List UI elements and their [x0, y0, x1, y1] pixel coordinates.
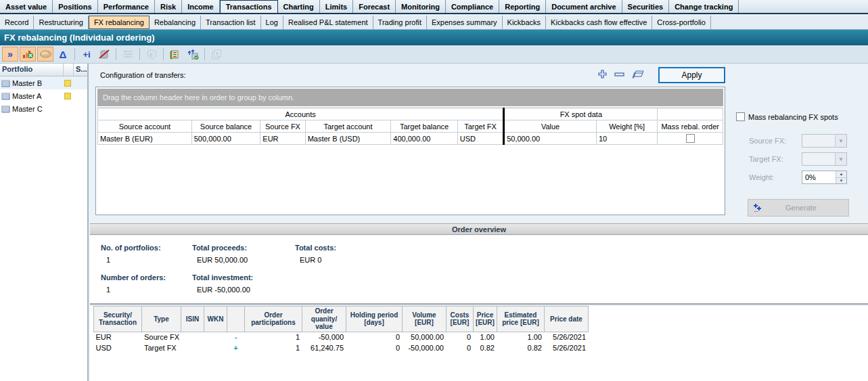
col-weight[interactable]: Weight [%] — [596, 120, 657, 133]
order-row[interactable]: USD Target FX + 1 61,240.75 0 -50,000.00… — [94, 342, 589, 353]
delta-icon[interactable]: Δ — [55, 47, 71, 62]
subtab-log[interactable]: Log — [261, 16, 283, 29]
mass-rebalancing-checkbox[interactable] — [736, 112, 745, 121]
apply-button[interactable]: Apply — [658, 67, 725, 83]
col-sign[interactable] — [227, 307, 245, 332]
weight-spinner[interactable]: 0% ▲▼ — [802, 171, 847, 184]
cell-source-fx[interactable]: EUR — [260, 133, 305, 145]
cell-target-balance[interactable]: 400,000.00 — [391, 133, 458, 145]
menu-limits[interactable]: Limits — [320, 0, 353, 13]
subtab-transaction-list[interactable]: Transaction list — [201, 16, 261, 29]
menu-document-archive[interactable]: Document archive — [546, 0, 622, 13]
col-isin[interactable]: ISIN — [181, 307, 204, 332]
buy-sign: + — [227, 342, 245, 353]
flag-column-header[interactable] — [64, 64, 74, 76]
col-order-participations[interactable]: Order participations — [245, 307, 302, 332]
expand-icon[interactable]: » — [2, 47, 18, 62]
source-fx-dropdown[interactable]: ▼ — [802, 134, 847, 148]
group-by-bar[interactable]: Drag the column header here in order to … — [97, 89, 723, 106]
subtab-realised-pl[interactable]: Realised P&L statement — [283, 16, 373, 29]
cell-price-date: 5/26/2021 — [545, 342, 589, 353]
subtab-trading-profit[interactable]: Trading profit — [373, 16, 427, 29]
col-target-account[interactable]: Target account — [305, 120, 391, 133]
col-costs[interactable]: Costs [EUR] — [447, 307, 474, 332]
accounts-group-header[interactable]: Accounts — [98, 108, 504, 120]
menu-charting[interactable]: Charting — [278, 0, 320, 13]
menu-risk[interactable]: Risk — [155, 0, 182, 13]
subtab-fx-rebalancing[interactable]: FX rebalancing — [89, 16, 150, 29]
menu-performance[interactable]: Performance — [98, 0, 155, 13]
portfolio-row-master-c[interactable]: Master C — [0, 102, 87, 115]
mass-rebal-order-checkbox[interactable] — [686, 134, 695, 143]
report-book-icon[interactable] — [167, 47, 183, 62]
menu-reporting[interactable]: Reporting — [499, 0, 546, 13]
target-fx-dropdown[interactable]: ▼ — [802, 152, 847, 166]
col-wkn[interactable]: WKN — [204, 307, 227, 332]
col-type[interactable]: Type — [142, 307, 181, 332]
spin-up-icon[interactable]: ▲ — [836, 171, 846, 178]
col-order-quantity[interactable]: Order quanity/ value — [302, 307, 346, 332]
menu-forecast[interactable]: Forecast — [353, 0, 396, 13]
transfer-row[interactable]: Master B (EUR) 500,000.00 EUR Master B (… — [98, 133, 723, 145]
barrel-crossed-icon[interactable] — [96, 47, 112, 62]
toolbar-separator — [116, 48, 116, 60]
col-mass-rebal[interactable]: Mass rebal. order — [658, 120, 723, 133]
generate-icon — [752, 202, 763, 213]
subtab-expenses-summary[interactable]: Expenses summary — [427, 16, 503, 29]
fx-spot-data-group-header[interactable]: FX spot data — [504, 108, 658, 120]
spin-down-icon[interactable]: ▼ — [836, 178, 846, 184]
cell-weight[interactable]: 10 — [596, 133, 657, 145]
add-info-icon[interactable]: +i — [78, 47, 95, 62]
menu-securities[interactable]: Securities — [622, 0, 670, 13]
col-volume[interactable]: Volume [EUR] — [403, 307, 447, 332]
cell-source-account[interactable]: Master B (EUR) — [98, 133, 192, 145]
col-holding-period[interactable]: Holding period [days] — [346, 307, 403, 332]
bread-icon[interactable] — [37, 47, 53, 62]
print-icon[interactable] — [631, 70, 645, 79]
subtab-kickbacks-cash-flow[interactable]: Kickbacks cash flow effective — [546, 16, 652, 29]
col-price-date[interactable]: Price date — [545, 307, 589, 332]
proceeds-label: Total proceeds: — [192, 244, 247, 252]
menu-positions[interactable]: Positions — [53, 0, 98, 13]
remove-transfer-icon[interactable] — [614, 72, 624, 77]
menu-asset-value[interactable]: Asset value — [0, 0, 53, 13]
portfolio-row-master-b[interactable]: Master B — [0, 76, 87, 89]
sell-sign: - — [227, 332, 245, 342]
col-estimated-price[interactable]: Estimated price [EUR] — [497, 307, 545, 332]
cell-value[interactable]: 50,000.00 — [504, 133, 597, 145]
proceeds-value: EUR 50,000.00 — [197, 256, 248, 264]
col-source-account[interactable]: Source account — [98, 120, 192, 133]
portfolio-row-master-a[interactable]: Master A — [0, 89, 87, 102]
col-target-fx[interactable]: Target FX — [457, 120, 503, 133]
menu-transactions[interactable]: Transactions — [220, 0, 278, 13]
subtab-cross-portfolio[interactable]: Cross-portfolio — [652, 16, 711, 29]
portfolio-column-header[interactable]: Portfolio — [0, 64, 64, 76]
menu-compliance[interactable]: Compliance — [446, 0, 499, 13]
cell-target-account[interactable]: Master B (USD) — [305, 133, 391, 145]
generate-button[interactable]: Generate — [748, 199, 849, 217]
cell-source-balance[interactable]: 500,000.00 — [191, 133, 260, 145]
s-column-header[interactable]: S... — [74, 64, 87, 76]
subtab-kickbacks[interactable]: Kickbacks — [503, 16, 547, 29]
orders-table: Security/ Transaction Type ISIN WKN Orde… — [93, 306, 589, 353]
cell-target-fx[interactable]: USD — [457, 133, 503, 145]
col-target-balance[interactable]: Target balance — [391, 120, 458, 133]
fx-chart-icon[interactable] — [20, 47, 36, 62]
col-source-balance[interactable]: Source balance — [191, 120, 260, 133]
order-overview-header: Order overview — [90, 223, 868, 235]
subtab-rebalancing[interactable]: Rebalancing — [150, 16, 201, 29]
col-value[interactable]: Value — [504, 120, 597, 133]
menu-change-tracking[interactable]: Change tracking — [669, 0, 739, 13]
menu-monitoring[interactable]: Monitoring — [396, 0, 446, 13]
order-row[interactable]: EUR Source FX - 1 -50,000 0 50,000.00 0 … — [94, 332, 589, 342]
subtab-restructuring[interactable]: Restructuring — [34, 16, 88, 29]
import-orders-icon[interactable] — [185, 47, 201, 62]
col-price[interactable]: Price [EUR] — [474, 307, 497, 332]
menu-income[interactable]: Income — [182, 0, 220, 13]
col-source-fx[interactable]: Source FX — [260, 120, 305, 133]
transfer-table: Accounts FX spot data Source account Sou… — [97, 108, 723, 145]
add-transfer-icon[interactable] — [597, 69, 608, 79]
subtab-record[interactable]: Record — [0, 16, 34, 29]
toolbar-separator — [74, 48, 75, 60]
col-security-transaction[interactable]: Security/ Transaction — [94, 307, 142, 332]
